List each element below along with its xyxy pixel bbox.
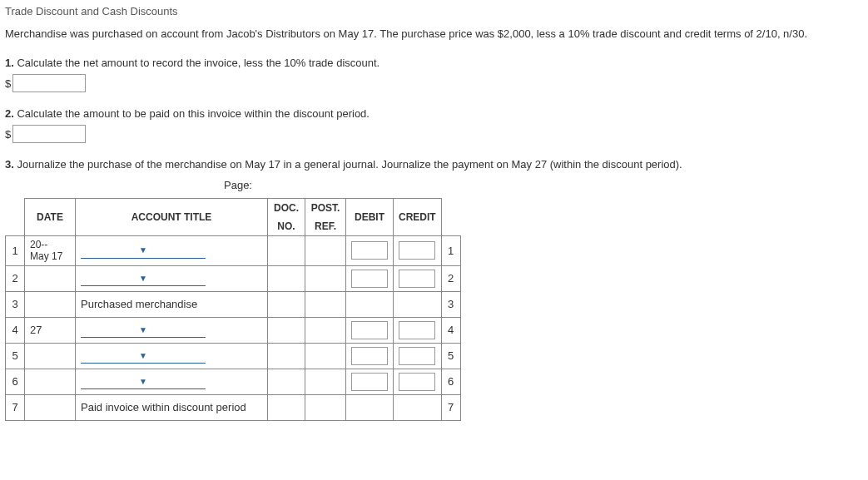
question-1: 1. Calculate the net amount to record th…: [5, 57, 863, 92]
q2-text: Calculate the amount to be paid on this …: [17, 107, 369, 120]
table-row: 2 ▼ 2: [6, 265, 461, 291]
row6-account-dropdown[interactable]: ▼: [81, 374, 206, 389]
header-ref: REF.: [305, 217, 346, 236]
row-num-right: 4: [441, 317, 460, 343]
chevron-down-icon: ▼: [139, 245, 147, 255]
table-row: 3 Purchased merchandise 3: [6, 291, 461, 317]
row1-debit-input[interactable]: [351, 241, 388, 260]
row4-credit-input[interactable]: [399, 321, 435, 339]
row7-description: Paid invoice within discount period: [76, 394, 268, 420]
chevron-down-icon: ▼: [139, 325, 147, 334]
q3-text: Journalize the purchase of the merchandi…: [17, 158, 682, 171]
row-num-right: 6: [441, 369, 460, 394]
row-num-left: 5: [6, 343, 25, 369]
problem-description: Merchandise was purchased on account fro…: [5, 27, 863, 40]
row-num-left: 2: [6, 265, 25, 291]
row1-date: 20-- May 17: [25, 236, 76, 266]
q1-number: 1.: [5, 57, 14, 69]
q3-number: 3.: [5, 158, 14, 171]
row5-credit-input[interactable]: [399, 347, 435, 365]
row4-debit-input[interactable]: [351, 321, 388, 339]
question-2: 2. Calculate the amount to be paid on th…: [5, 107, 863, 143]
row3-description: Purchased merchandise: [76, 291, 268, 317]
row5-account-dropdown[interactable]: ▼: [81, 348, 206, 364]
page-title: Trade Discount and Cash Discounts: [5, 5, 863, 17]
table-row: 1 20-- May 17 ▼ 1: [6, 236, 461, 266]
chevron-down-icon: ▼: [139, 377, 147, 386]
row-num-right: 1: [441, 236, 460, 266]
row-num-right: 2: [441, 265, 460, 291]
row1-credit-input[interactable]: [399, 241, 435, 260]
table-row: 7 Paid invoice within discount period 7: [6, 394, 461, 420]
row2-debit-input[interactable]: [351, 270, 388, 288]
row6-debit-input[interactable]: [351, 373, 388, 391]
row-num-right: 3: [441, 291, 460, 317]
row-num-right: 5: [441, 343, 460, 369]
row4-date: 27: [25, 317, 76, 343]
q2-input[interactable]: [12, 125, 86, 143]
header-no: NO.: [268, 217, 305, 236]
row-num-left: 7: [6, 394, 25, 420]
q1-dollar-sign: $: [5, 77, 11, 90]
q1-input[interactable]: [12, 74, 86, 92]
header-post: POST.: [305, 199, 346, 218]
row-num-right: 7: [441, 394, 460, 420]
table-row: 5 ▼ 5: [6, 343, 461, 369]
row-num-left: 3: [6, 291, 25, 317]
header-account-title: ACCOUNT TITLE: [76, 199, 268, 236]
header-doc: DOC.: [268, 199, 305, 218]
q2-dollar-sign: $: [5, 128, 11, 141]
header-debit: DEBIT: [346, 199, 394, 236]
row-num-left: 4: [6, 317, 25, 343]
row1-account-dropdown[interactable]: ▼: [81, 243, 206, 259]
q1-text: Calculate the net amount to record the i…: [17, 57, 379, 69]
header-date: DATE: [25, 199, 76, 236]
q2-number: 2.: [5, 107, 14, 120]
row2-credit-input[interactable]: [399, 270, 435, 288]
header-credit: CREDIT: [394, 199, 442, 236]
question-3: 3. Journalize the purchase of the mercha…: [5, 158, 863, 421]
row4-account-dropdown[interactable]: ▼: [81, 322, 206, 338]
table-row: 4 27 ▼ 4: [6, 317, 461, 343]
row-num-left: 6: [6, 369, 25, 394]
row2-account-dropdown[interactable]: ▼: [81, 270, 206, 286]
table-row: 6 ▼ 6: [6, 369, 461, 394]
journal-table: DATE ACCOUNT TITLE DOC. POST. DEBIT CRED…: [5, 198, 461, 421]
row-num-left: 1: [6, 236, 25, 266]
page-label: Page:: [5, 179, 471, 191]
row5-debit-input[interactable]: [351, 347, 388, 365]
chevron-down-icon: ▼: [139, 274, 147, 283]
row6-credit-input[interactable]: [399, 373, 435, 391]
chevron-down-icon: ▼: [139, 351, 147, 360]
